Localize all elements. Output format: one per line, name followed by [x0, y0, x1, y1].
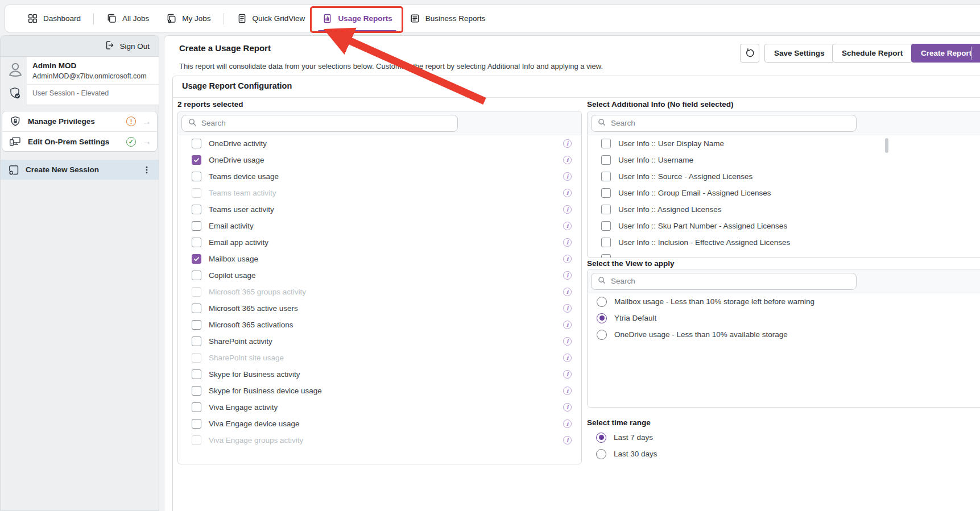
info-icon[interactable]: i [563, 321, 572, 329]
info-icon[interactable]: i [563, 387, 572, 395]
additional-info-row[interactable]: User Info :: Group Email - Assigned Lice… [588, 185, 980, 201]
nav-item-quick-gridview[interactable]: Quick GridView [228, 5, 314, 32]
report-row[interactable]: Skype for Business activityi [178, 366, 581, 383]
scrollbar-thumb[interactable] [885, 138, 888, 153]
nav-item-usage-reports[interactable]: Usage Reports [313, 5, 400, 32]
additional-info-row[interactable]: User Info :: Assigned Licenses [588, 201, 980, 218]
info-icon[interactable]: i [563, 436, 572, 444]
save-settings-button[interactable]: Save Settings [764, 44, 834, 63]
additional-info-row-checkbox[interactable] [601, 205, 611, 214]
additional-info-row-checkbox[interactable] [601, 221, 611, 231]
nav-item-dashboard[interactable]: Dashboard [19, 5, 89, 32]
info-icon[interactable]: i [563, 156, 572, 164]
additional-info-row[interactable]: User Info :: User Display Name [588, 135, 980, 152]
report-row[interactable]: Microsoft 365 active usersi [178, 300, 581, 317]
report-row-checkbox[interactable] [192, 336, 201, 346]
info-icon[interactable]: i [563, 304, 572, 313]
info-icon[interactable]: i [563, 337, 572, 346]
report-row-checkbox[interactable] [192, 304, 201, 313]
report-row-checkbox[interactable] [192, 238, 201, 247]
time-range-radio[interactable] [596, 433, 606, 443]
additional-info-row-checkbox[interactable] [601, 238, 611, 247]
info-icon[interactable]: i [563, 189, 572, 197]
info-icon[interactable]: i [563, 419, 572, 428]
nav-item-my-jobs[interactable]: My Jobs [158, 5, 219, 32]
report-row-checkbox[interactable] [192, 155, 201, 165]
additional-info-row-partial[interactable] [588, 251, 980, 258]
time-range-radio[interactable] [596, 449, 606, 459]
info-icon[interactable]: i [563, 370, 572, 379]
report-row-checkbox[interactable] [192, 172, 201, 181]
report-row-checkbox[interactable] [192, 221, 201, 231]
report-row[interactable]: Email app activityi [178, 234, 581, 251]
info-icon[interactable]: i [563, 288, 572, 296]
views-search-input[interactable] [611, 277, 850, 285]
view-radio[interactable] [597, 313, 607, 323]
report-row[interactable]: Teams user activityi [178, 201, 581, 218]
report-row-checkbox[interactable] [192, 139, 201, 148]
report-row[interactable]: Copilot usagei [178, 267, 581, 284]
additional-info-row-checkbox[interactable] [601, 139, 611, 148]
report-row[interactable]: OneDrive usagei [178, 152, 581, 168]
info-icon[interactable]: i [563, 403, 572, 412]
info-icon[interactable]: i [563, 205, 572, 214]
report-row-checkbox[interactable] [192, 205, 201, 214]
additional-info-row[interactable]: User Info :: Username [588, 152, 980, 168]
create-report-button[interactable]: Create Report [911, 44, 980, 63]
report-row[interactable]: OneDrive activityi [178, 135, 581, 152]
info-icon[interactable]: i [563, 271, 572, 280]
report-row[interactable]: Viva Engage device usagei [178, 416, 581, 432]
report-row[interactable]: SharePoint site usagei [178, 350, 581, 366]
report-row[interactable]: Microsoft 365 groups activityi [178, 284, 581, 300]
view-row[interactable]: Mailbox usage - Less than 10% storage le… [588, 293, 980, 310]
report-row[interactable]: SharePoint activityi [178, 333, 581, 350]
reset-button[interactable] [740, 44, 759, 63]
nav-item-business-reports[interactable]: Business Reports [401, 5, 494, 32]
report-row[interactable]: Viva Engage activityi [178, 399, 581, 416]
info-icon[interactable]: i [563, 255, 572, 263]
additional-info-row-checkbox[interactable] [601, 155, 611, 165]
report-row-checkbox[interactable] [192, 271, 201, 280]
info-icon[interactable]: i [563, 139, 572, 148]
view-row[interactable]: OneDrive usage - Less than 10% available… [588, 326, 980, 343]
report-row-checkbox[interactable] [192, 386, 201, 396]
sidebar-item-manage-privileges[interactable]: Manage Privileges!→ [2, 111, 157, 131]
report-row-checkbox[interactable] [192, 419, 201, 429]
view-radio[interactable] [597, 330, 607, 340]
kebab-menu-icon[interactable] [142, 165, 152, 175]
report-row[interactable]: Mailbox usagei [178, 251, 581, 267]
report-row[interactable]: Viva Engage groups activityi [178, 432, 581, 448]
additional-info-row-checkbox[interactable] [601, 172, 611, 181]
report-row-checkbox[interactable] [192, 254, 201, 264]
arrow-right-icon[interactable]: → [142, 117, 151, 126]
sign-out-button[interactable]: Sign Out [1, 36, 159, 57]
report-row-checkbox[interactable] [192, 320, 201, 330]
info-icon[interactable]: i [563, 172, 572, 181]
additional-info-row-checkbox[interactable] [601, 188, 611, 198]
schedule-report-button[interactable]: Schedule Report [832, 44, 912, 63]
report-row[interactable]: Microsoft 365 activationsi [178, 317, 581, 333]
info-icon[interactable]: i [563, 222, 572, 230]
time-range-option[interactable]: Last 30 days [592, 446, 662, 462]
additional-info-row[interactable]: User Info :: Inclusion - Effective Assig… [588, 234, 980, 251]
report-row[interactable]: Skype for Business device usagei [178, 383, 581, 399]
additional-info-search-input[interactable] [611, 119, 850, 127]
report-row[interactable]: Teams device usagei [178, 168, 581, 185]
time-range-option[interactable]: Last 7 days [592, 429, 662, 446]
info-icon[interactable]: i [563, 238, 572, 247]
additional-info-row[interactable]: User Info :: Source - Assigned Licenses [588, 168, 980, 185]
view-radio[interactable] [597, 297, 607, 307]
additional-info-row-partial-checkbox[interactable] [601, 254, 611, 258]
nav-item-all-jobs[interactable]: All Jobs [98, 5, 158, 32]
report-row[interactable]: Teams team activityi [178, 185, 581, 201]
view-row[interactable]: Ytria Defaulti [588, 310, 980, 326]
create-new-session-button[interactable]: Create New Session [1, 160, 159, 180]
sidebar-item-edit-on-prem-settings[interactable]: Edit On-Prem Settings✓→ [2, 131, 157, 151]
reports-search-input[interactable] [201, 119, 452, 127]
report-row[interactable]: Email activityi [178, 218, 581, 234]
report-row-checkbox[interactable] [192, 402, 201, 412]
arrow-right-icon[interactable]: → [142, 137, 151, 146]
report-row-checkbox[interactable] [192, 369, 201, 379]
info-icon[interactable]: i [563, 354, 572, 362]
additional-info-row[interactable]: User Info :: Sku Part Number - Assigned … [588, 218, 980, 234]
